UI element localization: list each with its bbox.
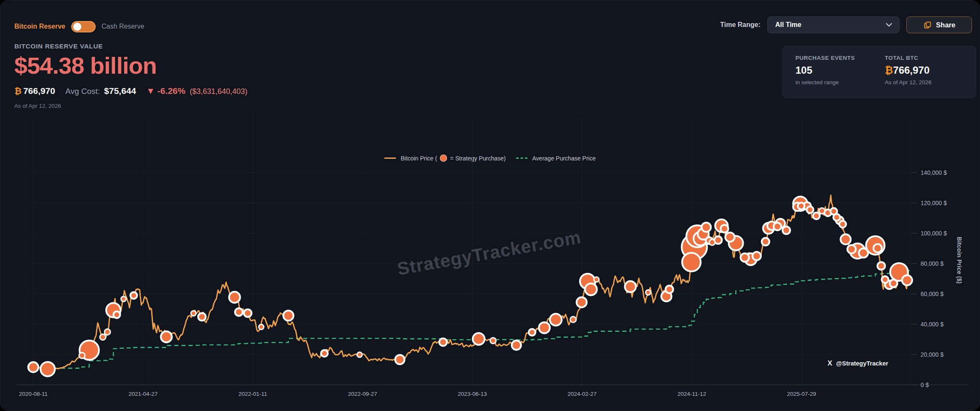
purchase-bubble: [859, 248, 868, 258]
purchase-bubble: [490, 338, 496, 344]
purchase-bubble: [577, 297, 587, 307]
bitcoin-price-chart[interactable]: [0, 0, 980, 411]
purchase-bubble: [529, 329, 536, 336]
purchase-bubble: [244, 310, 252, 317]
purchase-bubble: [890, 280, 897, 287]
purchase-bubble: [512, 341, 521, 350]
y-axis-tick-label: 80,000 $: [921, 260, 944, 267]
purchase-bubble: [594, 277, 599, 282]
purchase-bubble: [161, 331, 172, 342]
purchase-bubble: [625, 281, 636, 292]
x-axis-tick-label: 2024-02-27: [568, 391, 597, 397]
purchase-bubble: [321, 350, 328, 357]
purchase-bubble: [774, 223, 781, 230]
x-axis-tick-label: 2022-01-11: [238, 391, 267, 397]
y-axis-tick-label: 60,000 $: [921, 291, 944, 297]
purchase-bubble: [113, 311, 120, 318]
purchase-bubble: [839, 221, 846, 227]
purchase-bubble: [357, 352, 362, 357]
purchase-bubble: [798, 203, 805, 209]
purchase-bubble: [473, 333, 485, 345]
purchase-bubble: [104, 329, 110, 335]
purchase-bubble: [782, 227, 790, 234]
x-axis-tick-label: 2024-11-12: [677, 391, 706, 397]
x-logo-icon: X: [827, 359, 832, 368]
purchase-bubble: [726, 232, 735, 242]
purchase-bubble: [198, 313, 206, 320]
purchase-bubble: [121, 296, 126, 302]
x-axis-tick-label: 2020-08-11: [19, 391, 48, 397]
purchase-bubble: [762, 238, 769, 246]
purchase-bubble: [570, 317, 576, 323]
purchase-bubble: [878, 262, 885, 270]
purchase-bubble: [130, 292, 137, 299]
purchase-bubble: [259, 324, 264, 329]
purchase-bubble: [807, 206, 814, 213]
purchase-bubble: [882, 276, 889, 283]
purchase-bubble: [395, 355, 404, 364]
x-axis-tick-label: 2022-09-27: [348, 391, 377, 397]
purchase-bubble: [741, 254, 749, 262]
purchase-bubble: [79, 352, 85, 358]
x-axis-tick-label: 2021-04-27: [129, 391, 158, 397]
y-axis-tick-label: 0 $: [921, 382, 929, 388]
purchase-bubble: [720, 225, 728, 232]
purchase-bubble: [682, 253, 701, 271]
purchase-bubble: [752, 252, 761, 260]
y-axis-tick-label: 100,000 $: [921, 230, 947, 237]
purchase-bubble: [28, 362, 38, 372]
purchase-bubble: [666, 286, 673, 293]
purchase-bubble: [439, 338, 447, 346]
handle-text: @StrategyTracker: [836, 360, 888, 367]
purchase-bubble: [645, 290, 651, 295]
y-axis-title: Bitcoin Price ($): [956, 237, 963, 284]
bitcoin-reserve-dashboard: Bitcoin Reserve Cash Reserve Time Range:…: [0, 0, 980, 411]
twitter-handle: X @StrategyTracker: [827, 359, 888, 368]
purchase-bubble: [100, 334, 106, 340]
purchase-bubble: [283, 310, 293, 320]
purchase-bubble: [813, 213, 820, 219]
purchase-bubble: [539, 322, 550, 333]
purchase-bubble: [841, 234, 851, 244]
x-axis-tick-label: 2025-07-29: [787, 391, 816, 397]
purchase-bubble: [40, 362, 55, 376]
purchase-bubble: [550, 314, 562, 326]
purchase-bubble: [709, 240, 715, 246]
y-axis-tick-label: 40,000 $: [921, 321, 944, 328]
purchase-bubble: [235, 308, 243, 316]
y-axis-tick-label: 120,000 $: [921, 200, 947, 206]
purchase-bubble: [819, 208, 825, 214]
x-axis-tick-label: 2023-06-13: [458, 391, 487, 397]
purchase-bubble: [229, 292, 240, 303]
purchase-bubble: [191, 311, 196, 316]
purchase-bubble: [847, 245, 856, 254]
y-axis-tick-label: 20,000 $: [921, 351, 944, 358]
purchase-bubble: [902, 275, 912, 286]
purchase-bubble: [702, 223, 711, 232]
purchase-bubble: [833, 214, 840, 221]
purchase-bubble: [585, 283, 597, 295]
y-axis-tick-label: 140,000 $: [921, 169, 947, 176]
